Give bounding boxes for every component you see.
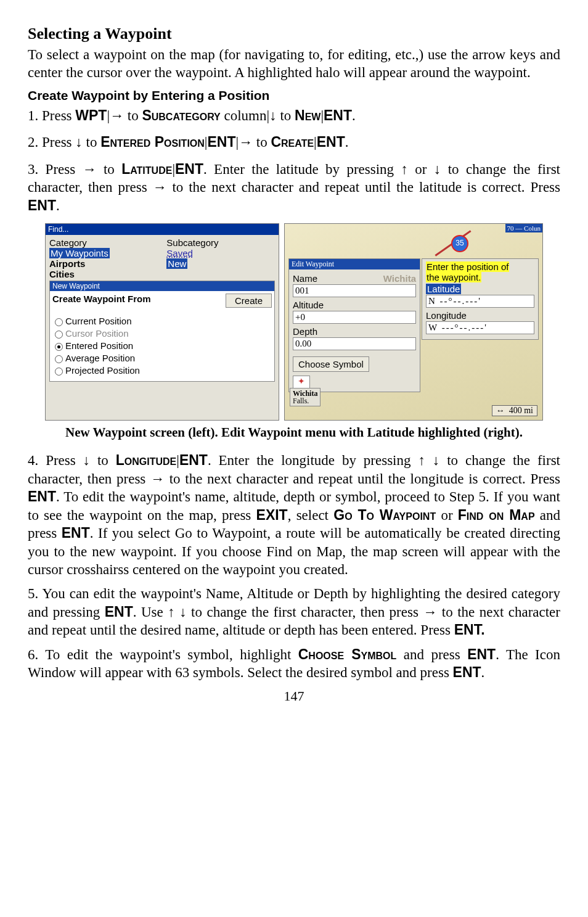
choose-symbol-button[interactable]: Choose Symbol (293, 356, 369, 372)
screenshots-row: Find... Category Subcategory My Waypoint… (28, 223, 560, 421)
map-scale: ↔ 400 mi (492, 405, 537, 416)
tip-line1: Enter the position of (426, 261, 509, 272)
section-title: Selecting a Waypoint (28, 25, 560, 43)
position-panel: Enter the position of the waypoint. Lati… (422, 258, 539, 340)
tip-line2: the waypoint. (426, 272, 481, 282)
airports-item[interactable]: Airports (49, 258, 166, 269)
longitude-label: Longitude (426, 310, 534, 321)
radio-icon (55, 343, 63, 351)
horizontal-arrows-icon: ↔ (496, 406, 505, 415)
my-waypoints-item[interactable]: My Waypoints (49, 248, 110, 258)
altitude-input[interactable]: +0 (293, 311, 416, 324)
step-3: 3. Press → to Latitude|ENT. Enter the la… (28, 160, 560, 215)
edit-waypoint-title: Edit Waypoint (289, 259, 420, 269)
figure-caption: New Waypoint screen (left). Edit Waypoin… (41, 424, 547, 440)
create-button[interactable]: Create (226, 294, 272, 308)
depth-label: Depth (293, 326, 416, 337)
subcategory-label: Subcategory (166, 237, 218, 248)
new-waypoint-dialog: New Waypoint Create Waypoint From Create… (49, 281, 275, 382)
new-waypoint-screenshot: Find... Category Subcategory My Waypoint… (45, 223, 279, 421)
longitude-input[interactable]: W ---°--.---' (426, 321, 534, 334)
cities-item[interactable]: Cities (49, 269, 275, 279)
name-input[interactable]: 001 (293, 284, 416, 297)
category-label: Category (49, 237, 166, 248)
altitude-label: Altitude (293, 300, 416, 310)
document-page: Selecting a Waypoint To select a waypoin… (0, 0, 588, 717)
latitude-input[interactable]: N --°--.---' (426, 295, 534, 308)
depth-input[interactable]: 0.00 (293, 337, 416, 350)
create-waypoint-from-label: Create Waypoint From (52, 294, 222, 304)
radio-icon (55, 355, 63, 363)
saved-item[interactable]: Saved (166, 248, 193, 258)
sub-heading: Create Waypoint by Entering a Position (28, 88, 560, 103)
step-4: 4. Press ↓ to Longitude|ENT. Enter the l… (28, 451, 560, 578)
dialog-title: New Waypoint (50, 281, 274, 291)
highway-shield-icon: 35 (451, 235, 468, 252)
page-number: 147 (28, 688, 560, 704)
name-ghost: Wichita (383, 273, 416, 284)
option-cursor-position: Cursor Position (55, 328, 269, 339)
name-label: Name (293, 273, 317, 284)
edit-waypoint-panel: Edit Waypoint NameWichita 001 Altitude +… (288, 258, 420, 392)
option-entered-position[interactable]: Entered Position (55, 340, 269, 351)
option-average-position[interactable]: Average Position (55, 353, 269, 363)
step-6: 6. To edit the waypoint's symbol, highli… (28, 646, 560, 682)
edit-waypoint-screenshot: 70 — Colun 35 Edit Waypoint NameWichita … (284, 223, 543, 421)
step-2: 2. Press ↓ to Entered Position|ENT|→ to … (28, 133, 560, 151)
window-titlebar: Find... (46, 224, 279, 235)
wichita-falls-label: WichitaFalls. (290, 388, 321, 406)
radio-icon (55, 318, 63, 326)
latitude-label[interactable]: Latitude (426, 284, 461, 294)
colun-badge: 70 — Colun (505, 224, 542, 232)
option-projected-position[interactable]: Projected Position (55, 365, 269, 376)
step-1: 1. Press WPT|→ to Subcategory column|↓ t… (28, 107, 560, 125)
option-current-position[interactable]: Current Position (55, 316, 269, 326)
intro-paragraph: To select a waypoint on the map (for nav… (28, 46, 560, 82)
step-5: 5. You can edit the waypoint's Name, Alt… (28, 585, 560, 639)
new-item[interactable]: New (166, 258, 187, 269)
radio-icon (55, 368, 63, 376)
radio-icon (55, 331, 63, 339)
